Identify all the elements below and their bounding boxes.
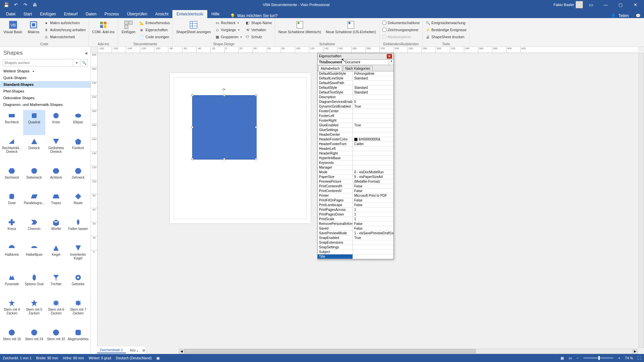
resize-handle[interactable] <box>223 158 225 160</box>
property-value[interactable]: 1 - visSavePreviewDraft1st <box>353 231 393 235</box>
property-value[interactable]: (Metafile-Format) <box>353 179 393 184</box>
tell-me[interactable]: 💡 Was möchten Sie tun? <box>230 13 277 18</box>
property-value[interactable]: True <box>353 123 393 127</box>
property-value[interactable]: 1 <box>353 207 393 212</box>
tab-prozess[interactable]: Prozess <box>100 10 123 18</box>
resize-handle[interactable] <box>223 94 225 97</box>
property-row[interactable]: HyperlinkBase <box>318 156 393 161</box>
property-value[interactable] <box>353 118 393 123</box>
shape-item[interactable]: Stern mit 32 <box>46 327 66 352</box>
property-row[interactable]: HeaderCenter <box>318 132 393 137</box>
maximize-icon[interactable]: ▢ <box>614 0 627 9</box>
property-value[interactable] <box>353 109 393 113</box>
tab-ansicht[interactable]: Ansicht <box>151 10 172 18</box>
property-row[interactable]: SnapEnabledTrue <box>318 236 393 240</box>
shape-category[interactable]: Dekorative Shapes <box>0 95 91 101</box>
persistent-events-button[interactable]: ⚡Beständige Ereignisse <box>425 26 466 33</box>
property-row[interactable]: DefaultLineStyleStandard <box>318 76 393 81</box>
property-row[interactable]: PrintScale1 <box>318 217 393 222</box>
property-value[interactable] <box>353 156 393 160</box>
tab-hilfe[interactable]: Hilfe <box>207 10 223 18</box>
view-switch-icon[interactable]: ▭ <box>569 356 572 360</box>
fit-page-icon[interactable]: ⛶ <box>638 356 641 360</box>
property-row[interactable]: GlueEnabledTrue <box>318 123 393 128</box>
rotate-handle-icon[interactable]: ⟳ <box>222 87 225 92</box>
property-value[interactable] <box>353 114 393 118</box>
property-value[interactable] <box>353 128 393 132</box>
property-row[interactable]: Keywords <box>318 161 393 165</box>
property-row[interactable]: Title <box>318 254 393 259</box>
property-row[interactable]: SavedFalse <box>318 226 393 231</box>
scroll-left-icon[interactable]: ◀ <box>179 349 184 354</box>
property-value[interactable] <box>353 250 393 254</box>
sheet-tab-all[interactable]: Alle ▴ <box>128 348 140 353</box>
shape-item[interactable]: GedrehtesDreieck <box>46 136 66 165</box>
print-icon[interactable]: 🖶 <box>30 1 39 8</box>
print-shapesheet-button[interactable]: 🖨ShapeSheet drucken <box>425 34 466 40</box>
schutz-button[interactable]: 🛡Schutz <box>245 34 272 40</box>
shape-item[interactable]: Stern mit 5Zacken <box>23 297 45 326</box>
property-value[interactable]: False <box>353 203 393 207</box>
resize-handle[interactable] <box>191 126 194 128</box>
zoom-slider[interactable] <box>583 357 613 359</box>
designmode-button[interactable]: 📐Entwurfsmodus <box>140 19 170 26</box>
shape-item[interactable]: Getriebe <box>67 272 89 297</box>
property-value[interactable]: 0 <box>353 100 393 104</box>
property-value[interactable]: Standard <box>353 85 393 90</box>
property-value[interactable]: False <box>353 226 393 231</box>
presentation-icon[interactable]: ▦ <box>560 356 564 360</box>
canvas[interactable]: -180-160-140-120-100-80-60-40-2002040608… <box>91 47 644 354</box>
property-value[interactable]: True <box>353 236 393 240</box>
new-stencil-us-button[interactable]: Neue Schablone (US-Einheiten) <box>324 19 378 34</box>
shape-item[interactable]: Ellipse <box>67 110 89 135</box>
close-icon[interactable]: ✕ <box>629 0 642 9</box>
properties-titlebar[interactable]: Eigenschaften ✕ <box>318 53 393 60</box>
shape-item[interactable]: Dose <box>1 191 22 216</box>
zoom-level[interactable]: 74 % <box>625 356 633 360</box>
shapesheet-view-button[interactable]: ShapeSheet anzeigen <box>174 19 213 34</box>
macro-security-button[interactable]: ⚠Makrosicherheit <box>44 34 86 40</box>
shape-category[interactable]: Quick-Shapes <box>0 74 91 81</box>
canvas-inner[interactable]: ⟳ Eigenschaften ✕ ThisDocument Document <box>98 53 638 348</box>
shape-item[interactable]: Kreuz <box>1 217 22 242</box>
record-macro-button[interactable]: ●Makro aufzeichnen <box>44 19 86 26</box>
shape-item[interactable]: Kreis <box>46 110 66 135</box>
rect-button[interactable]: ▭Rechteck▾ <box>215 19 242 26</box>
save-icon[interactable]: 💾 <box>2 1 11 8</box>
shape-category[interactable]: Standard-Shapes <box>0 81 91 88</box>
property-row[interactable]: FooterLeft <box>318 114 393 118</box>
shape-item[interactable]: Stern mit 6Zacken <box>46 297 66 326</box>
shape-item[interactable]: Chevron <box>23 217 45 242</box>
property-row[interactable]: Mode0 - visDocModeRun <box>318 170 393 175</box>
add-page-icon[interactable]: ⊕ <box>142 348 145 353</box>
shape-item[interactable]: Sechseck <box>1 165 22 190</box>
insert-controls-button[interactable]: Einfügen <box>119 19 137 34</box>
shape-item[interactable]: Fünfeck <box>67 136 89 165</box>
redo-icon[interactable]: ↷ <box>21 1 30 8</box>
property-row[interactable]: DefaultStyleStandard <box>318 85 393 90</box>
new-stencil-metric-button[interactable]: Neue Schablone (Metrisch) <box>276 19 323 34</box>
tab-start[interactable]: Start <box>19 10 36 18</box>
shape-item[interactable]: Raute <box>67 191 89 216</box>
property-value[interactable]: Calibri <box>353 142 393 146</box>
property-value[interactable] <box>353 146 393 151</box>
property-row[interactable]: DefaultGuideStyleFührungslinie <box>318 71 393 76</box>
shape-category[interactable]: Weitere Shapes ▸ <box>0 68 91 74</box>
property-value[interactable] <box>353 161 393 165</box>
property-row[interactable]: RemovePersonalInformationFalse <box>318 222 393 226</box>
shape-item[interactable]: Trichter <box>46 272 66 297</box>
tab-entwicklertools[interactable]: Entwicklertools <box>172 10 207 18</box>
shape-category[interactable]: Diagramm- und Mathematik-Shapes <box>0 101 91 108</box>
search-icon[interactable]: 🔍 <box>80 59 88 66</box>
collapse-icon[interactable]: ◀ <box>85 51 87 55</box>
shape-item[interactable]: Spitzes Oval <box>23 272 45 297</box>
resize-handle[interactable] <box>255 94 257 97</box>
macro-record-icon[interactable]: ▣ <box>156 356 160 360</box>
shape-item[interactable]: Stern mit 4Zacken <box>1 297 22 326</box>
property-row[interactable]: DefaultTextStyleStandard <box>318 90 393 95</box>
property-value[interactable]: False <box>353 189 393 193</box>
scroll-thumb[interactable] <box>184 349 476 353</box>
tab-überprüfen[interactable]: Überprüfen <box>123 10 151 18</box>
property-value[interactable]: False <box>353 222 393 226</box>
property-value[interactable] <box>353 81 393 85</box>
